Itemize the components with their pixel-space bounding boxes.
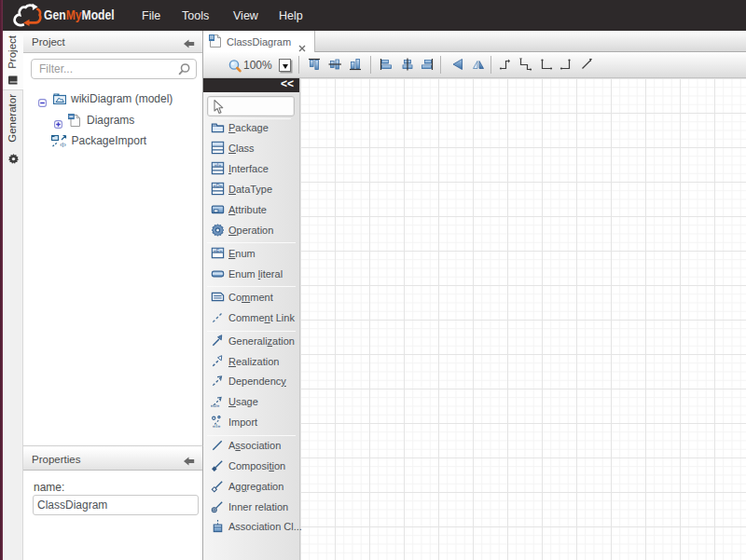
svg-text:«u»: «u»: [211, 402, 220, 408]
svg-text:«I»: «I»: [214, 162, 221, 168]
svg-text:«I»: «I»: [213, 422, 221, 429]
svg-text:«D»: «D»: [214, 183, 223, 188]
svg-text:‹I›: ‹I›: [60, 142, 66, 148]
svg-text:«E»: «E»: [214, 248, 222, 253]
